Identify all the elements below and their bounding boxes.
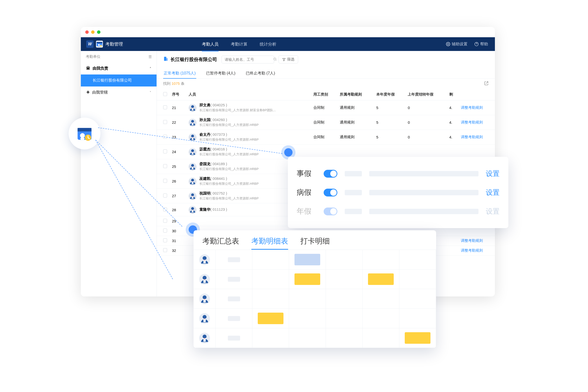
rule: 通用规则 bbox=[337, 100, 374, 115]
row-checkbox[interactable] bbox=[163, 120, 167, 124]
remain: 4. bbox=[447, 130, 458, 144]
leave-settings-link[interactable]: 设置 bbox=[486, 207, 500, 216]
grid-cell bbox=[326, 270, 362, 289]
leave-toggle[interactable] bbox=[324, 208, 337, 215]
detail-tab-punch[interactable]: 打卡明细 bbox=[300, 236, 330, 250]
person-name: 俞太丹 bbox=[200, 132, 210, 136]
adjust-rule-link[interactable]: 调整考勤规则 bbox=[461, 135, 483, 139]
person-id: ( 007373 ) bbox=[210, 132, 227, 136]
remain bbox=[447, 236, 458, 246]
brand: W 考勤管理 bbox=[81, 40, 128, 48]
row-checkbox[interactable] bbox=[163, 164, 167, 168]
titlebar bbox=[81, 27, 495, 37]
avatar bbox=[189, 148, 196, 156]
row-checkbox[interactable] bbox=[163, 238, 167, 242]
topbar: W 考勤管理 考勤人员 考勤计算 统计分析 辅助设置 帮助 bbox=[81, 37, 495, 51]
grid-cell bbox=[399, 250, 436, 270]
person-id: ( 004189 ) bbox=[210, 162, 227, 166]
tab-normal[interactable]: 正常考勤 (1075人) bbox=[163, 68, 196, 78]
person-id: ( 004260 ) bbox=[210, 118, 227, 122]
sidebar-header: 考勤单位 ☰ bbox=[81, 51, 156, 62]
grid-cell bbox=[216, 250, 252, 270]
leave-row: 事假 设置 bbox=[297, 164, 500, 183]
row-checkbox[interactable] bbox=[163, 228, 167, 232]
result-bar: 找到 1075 条 bbox=[157, 79, 495, 89]
row-checkbox[interactable] bbox=[163, 194, 167, 198]
search-input[interactable] bbox=[225, 57, 271, 62]
result-suffix: 条 bbox=[181, 81, 184, 86]
adjust-rule-link[interactable]: 调整考勤规则 bbox=[461, 105, 483, 110]
row-index: 30 bbox=[170, 226, 186, 236]
svg-point-4 bbox=[448, 44, 449, 45]
leave-settings-link[interactable]: 设置 bbox=[486, 169, 500, 178]
detail-tab-summary[interactable]: 考勤汇总表 bbox=[202, 236, 239, 250]
leave-toggle[interactable] bbox=[324, 189, 337, 196]
avatar bbox=[199, 294, 210, 304]
grid-cell bbox=[326, 309, 362, 328]
tab-paused[interactable]: 已暂停考勤 (4人) bbox=[206, 68, 236, 78]
grid-cell bbox=[216, 309, 252, 328]
nav-attendance-people[interactable]: 考勤人员 bbox=[202, 38, 218, 51]
placeholder bbox=[369, 190, 478, 195]
avatar bbox=[189, 163, 196, 170]
remain: 4. bbox=[447, 100, 458, 115]
adjust-rule-link[interactable]: 调整考勤规则 bbox=[461, 238, 483, 242]
leave-settings-link[interactable]: 设置 bbox=[486, 188, 500, 197]
row-checkbox[interactable] bbox=[163, 150, 167, 153]
row-checkbox[interactable] bbox=[163, 248, 167, 252]
col-index: 序号 bbox=[170, 89, 186, 100]
search-input-box[interactable] bbox=[222, 56, 274, 64]
filter-label: 筛选 bbox=[287, 57, 294, 62]
row-index: 28 bbox=[170, 203, 186, 216]
table-row[interactable]: 21羿文勇( 004025 )长江银行股份有限公司_人力资源部.财富业务BP团队… bbox=[157, 100, 495, 115]
svg-marker-11 bbox=[283, 58, 286, 61]
sidebar-group-owned[interactable]: 🏛由我负责 ˄ bbox=[81, 62, 156, 74]
leave-toggle[interactable] bbox=[324, 170, 337, 178]
expand-icon[interactable]: ☰ bbox=[148, 55, 152, 59]
adjust-rule-link[interactable]: 调整考勤规则 bbox=[461, 248, 483, 252]
maximize-dot[interactable] bbox=[97, 30, 100, 34]
person-name: 孙太国 bbox=[200, 118, 210, 122]
help-label: 帮助 bbox=[480, 42, 488, 47]
checkbox-all[interactable] bbox=[163, 92, 167, 96]
grid-cell bbox=[326, 289, 362, 309]
placeholder bbox=[345, 209, 362, 214]
row-checkbox[interactable] bbox=[163, 219, 167, 223]
table-row[interactable]: 23俞太丹( 007373 )长江银行股份有限公司_人力资源部.HRBP合同制通… bbox=[157, 130, 495, 144]
logo-icon: W bbox=[86, 40, 94, 48]
attendance-block bbox=[294, 254, 320, 265]
emp-type: 合同制 bbox=[311, 115, 337, 130]
sidebar-group-managed[interactable]: ❖由我管辖 ˅ bbox=[81, 86, 156, 98]
row-checkbox[interactable] bbox=[163, 179, 167, 183]
row-index: 26 bbox=[170, 174, 186, 189]
grid-cell bbox=[326, 328, 362, 348]
close-dot[interactable] bbox=[85, 30, 89, 34]
filter-button[interactable]: 筛选 bbox=[278, 55, 298, 64]
nav-statistics[interactable]: 统计分析 bbox=[260, 38, 276, 51]
table-row[interactable]: 22孙太国( 004260 )长江银行股份有限公司_人力资源部.HRBP合同制通… bbox=[157, 115, 495, 130]
attendance-block bbox=[294, 274, 320, 285]
minimize-dot[interactable] bbox=[91, 30, 94, 34]
aux-settings-label: 辅助设置 bbox=[452, 42, 468, 47]
adjust-rule-link[interactable]: 调整考勤规则 bbox=[461, 120, 483, 124]
sidebar-header-label: 考勤单位 bbox=[86, 54, 100, 59]
svg-point-22 bbox=[191, 178, 194, 182]
search-icon[interactable] bbox=[273, 57, 277, 62]
row-index: 32 bbox=[170, 246, 186, 256]
avatar bbox=[189, 206, 196, 214]
placeholder bbox=[228, 316, 240, 321]
calendar-badge bbox=[68, 118, 100, 150]
sidebar-item-org[interactable]: 长江银行股份有限公司 bbox=[81, 74, 156, 86]
nav-attendance-calc[interactable]: 考勤计算 bbox=[231, 38, 248, 51]
grid-cell bbox=[252, 270, 289, 289]
person-dept: 长江银行股份有限公司_人力资源部.HRBP bbox=[200, 123, 259, 127]
export-icon[interactable] bbox=[484, 81, 488, 86]
svg-line-10 bbox=[276, 60, 276, 60]
aux-settings-button[interactable]: 辅助设置 bbox=[446, 42, 468, 47]
row-checkbox[interactable] bbox=[163, 105, 167, 109]
remain: 4. bbox=[447, 115, 458, 130]
col-curyear: 本年度年假 bbox=[374, 89, 406, 100]
help-button[interactable]: 帮助 bbox=[474, 42, 488, 47]
tab-terminated[interactable]: 已终止考勤 (7人) bbox=[245, 68, 276, 78]
detail-tab-detail[interactable]: 考勤明细表 bbox=[251, 236, 288, 250]
